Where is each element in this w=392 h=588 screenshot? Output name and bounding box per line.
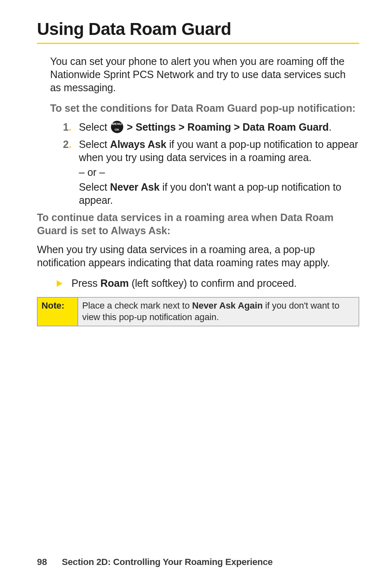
note-body: Place a check mark next to Never Ask Aga…: [78, 297, 359, 326]
subhead-continue: To continue data services in a roaming a…: [37, 211, 359, 237]
step-2-text: Select Always Ask if you want a pop-up n…: [79, 138, 359, 207]
step-2-number: 2.: [50, 138, 79, 207]
step-1-text: Select > Settings > Roaming > Data Roam …: [79, 120, 359, 134]
never-ask-again-label: Never Ask Again: [192, 300, 263, 311]
triangle-icon: [57, 280, 62, 287]
triangle-bullet: [50, 277, 71, 290]
step-1-number: 1.: [50, 120, 79, 134]
always-ask-label: Always Ask: [110, 138, 166, 150]
press-roam-text: Press Roam (left softkey) to confirm and…: [71, 277, 297, 290]
or-separator: – or –: [79, 166, 359, 179]
page: Using Data Roam Guard You can set your p…: [0, 0, 392, 588]
press-roam-line: Press Roam (left softkey) to confirm and…: [50, 277, 359, 290]
body: You can set your phone to alert you when…: [37, 55, 359, 326]
menu-path: > Settings > Roaming > Data Roam Guard: [124, 121, 329, 133]
step-2: 2. Select Always Ask if you want a pop-u…: [50, 138, 359, 207]
step-1: 1. Select > Settings > Roaming > Data Ro…: [50, 120, 359, 134]
footer: 98 Section 2D: Controlling Your Roaming …: [37, 557, 273, 567]
page-number: 98: [37, 557, 47, 567]
section-label: Section 2D: Controlling Your Roaming Exp…: [62, 557, 273, 567]
page-title: Using Data Roam Guard: [37, 20, 359, 39]
intro-paragraph: You can set your phone to alert you when…: [50, 55, 359, 94]
note-label: Note:: [37, 297, 78, 326]
popup-paragraph: When you try using data services in a ro…: [37, 243, 359, 269]
note-box: Note: Place a check mark next to Never A…: [37, 297, 359, 326]
subhead-set-conditions: To set the conditions for Data Roam Guar…: [50, 101, 359, 115]
title-underline: [37, 43, 359, 44]
never-ask-label: Never Ask: [110, 181, 159, 193]
menu-ok-icon: [111, 121, 123, 133]
roam-label: Roam: [100, 277, 129, 289]
steps-list: 1. Select > Settings > Roaming > Data Ro…: [50, 120, 359, 207]
